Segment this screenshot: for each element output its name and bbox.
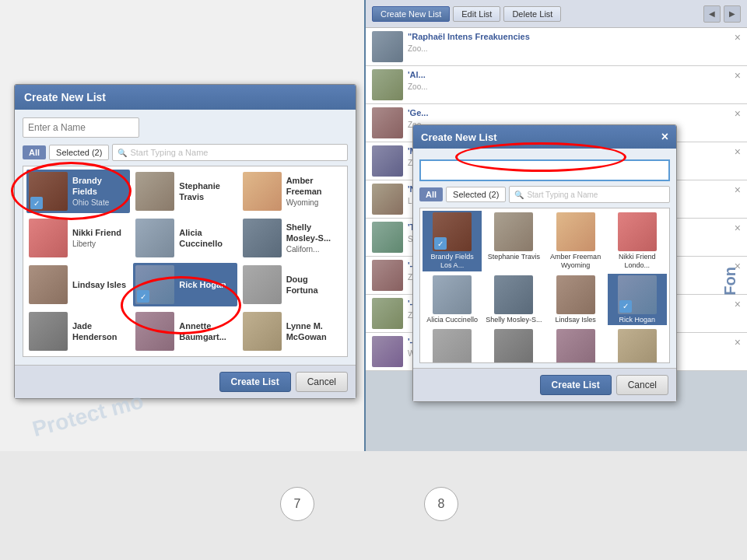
right-friend-avatar-4 bbox=[433, 275, 472, 314]
feed-avatar-8 bbox=[372, 336, 403, 367]
left-tab-all[interactable]: All bbox=[23, 145, 46, 159]
left-friend-name-1: Stephanie Travis bbox=[179, 180, 234, 203]
right-friend-name-5: Shelly Mosley-S... bbox=[486, 316, 542, 324]
left-panel: Create New List All Selected (2) 🔍 Start… bbox=[0, 0, 366, 451]
right-friend-name-3: Nikki FriendLondo... bbox=[619, 253, 656, 270]
left-friend-0[interactable]: ✓Brandy FieldsOhio State bbox=[26, 170, 130, 213]
left-friend-10[interactable]: Annette Baumgart... bbox=[133, 310, 237, 353]
page-number-8: 8 bbox=[424, 487, 458, 521]
left-friend-name-7: Rick Hogan bbox=[179, 279, 234, 290]
right-friend-8[interactable]: Doug Fortuna bbox=[423, 327, 482, 363]
checkmark-7: ✓ bbox=[137, 290, 149, 303]
right-friend-6[interactable]: Lindsay Isles bbox=[546, 274, 605, 326]
left-friend-name-9: Jade Henderson bbox=[72, 320, 128, 343]
left-friend-7[interactable]: ✓Rick Hogan bbox=[133, 263, 237, 306]
create-list-btn[interactable]: Create New List bbox=[372, 6, 450, 22]
right-friend-10[interactable]: Annette Baumgart... bbox=[546, 327, 605, 363]
left-friend-11[interactable]: Lynne M. McGowan bbox=[240, 310, 344, 353]
left-friend-name-5: Shelly Mosley-S...Californ... bbox=[286, 222, 342, 255]
right-friend-avatar-7: ✓ bbox=[618, 275, 657, 314]
left-friend-avatar-10 bbox=[135, 312, 174, 351]
feed-close-8[interactable]: × bbox=[735, 336, 741, 348]
left-friend-8[interactable]: Doug Fortuna bbox=[240, 263, 344, 306]
right-dialog-close[interactable]: × bbox=[661, 131, 668, 143]
feed-avatar-5 bbox=[372, 222, 403, 253]
right-friend-name-7: Rick Hogan bbox=[619, 316, 656, 324]
right-friend-name-2: Amber FreemanWyoming bbox=[550, 253, 601, 270]
right-name-input[interactable] bbox=[419, 159, 670, 181]
feed-item-0: "Raphaël Intens Freakuencies Zoo... × bbox=[366, 28, 747, 66]
nav-right-arrow[interactable]: ▶ bbox=[724, 5, 741, 23]
left-friend-3[interactable]: Nikki FriendLiberty bbox=[26, 216, 130, 260]
right-search-placeholder: Start Typing a Name bbox=[527, 191, 598, 199]
right-tab-selected[interactable]: Selected (2) bbox=[446, 187, 506, 202]
right-friend-4[interactable]: Alicia Cuccinello bbox=[423, 274, 482, 326]
right-dialog-title: Create New List bbox=[421, 131, 497, 143]
feed-close-0[interactable]: × bbox=[735, 31, 741, 44]
right-create-button[interactable]: Create List bbox=[540, 375, 612, 395]
feed-avatar-2 bbox=[372, 107, 403, 138]
left-friend-name-0: Brandy FieldsOhio State bbox=[72, 175, 128, 208]
right-friend-grid: ✓Brandy FieldsLos A...Stephanie TravisAm… bbox=[419, 208, 670, 363]
right-friend-9[interactable]: Jade Henderson bbox=[484, 327, 543, 363]
right-friend-avatar-2 bbox=[556, 212, 595, 251]
right-search-box[interactable]: 🔍 Start Typing a Name bbox=[509, 186, 670, 203]
left-friend-9[interactable]: Jade Henderson bbox=[26, 310, 130, 353]
left-cancel-button[interactable]: Cancel bbox=[296, 372, 348, 392]
left-friend-avatar-8 bbox=[243, 265, 282, 304]
left-name-input[interactable] bbox=[23, 117, 139, 138]
right-cancel-button[interactable]: Cancel bbox=[616, 375, 668, 395]
right-friend-2[interactable]: Amber FreemanWyoming bbox=[546, 211, 605, 271]
feed-close-7[interactable]: × bbox=[735, 298, 741, 310]
left-friend-name-11: Lynne M. McGowan bbox=[286, 320, 342, 343]
left-friend-avatar-0: ✓ bbox=[29, 172, 68, 211]
right-friend-3[interactable]: Nikki FriendLondo... bbox=[608, 211, 667, 271]
left-create-button[interactable]: Create List bbox=[219, 372, 291, 392]
right-tab-all[interactable]: All bbox=[419, 187, 443, 201]
left-search-placeholder: Start Typing a Name bbox=[130, 148, 208, 157]
right-checkmark-7: ✓ bbox=[619, 300, 632, 313]
right-friend-11[interactable]: Lynne M. McGowan bbox=[608, 327, 667, 363]
edit-list-btn[interactable]: Edit List bbox=[453, 6, 500, 22]
left-friend-2[interactable]: Amber FreemanWyoming bbox=[240, 170, 344, 213]
right-friend-7[interactable]: ✓Rick Hogan bbox=[608, 274, 667, 326]
feed-avatar-7 bbox=[372, 298, 403, 329]
right-friend-avatar-5 bbox=[494, 275, 533, 314]
left-dialog-header: Create New List bbox=[15, 85, 356, 110]
feed-avatar-0 bbox=[372, 31, 403, 62]
left-create-dialog: Create New List All Selected (2) 🔍 Start… bbox=[14, 84, 356, 399]
feed-close-2[interactable]: × bbox=[735, 107, 741, 120]
right-friend-5[interactable]: Shelly Mosley-S... bbox=[484, 274, 543, 326]
left-dialog-title: Create New List bbox=[24, 91, 106, 103]
right-friend-name-1: Stephanie Travis bbox=[488, 253, 540, 261]
right-dialog-header: Create New List × bbox=[413, 125, 676, 149]
left-friend-1[interactable]: Stephanie Travis bbox=[133, 170, 237, 213]
left-tab-selected[interactable]: Selected (2) bbox=[49, 145, 109, 160]
nav-left-arrow[interactable]: ◀ bbox=[703, 5, 721, 23]
feed-avatar-6 bbox=[372, 260, 403, 291]
search-icon: 🔍 bbox=[117, 149, 127, 157]
checkmark-0: ✓ bbox=[30, 197, 43, 209]
left-dialog-footer: Create List Cancel bbox=[15, 365, 356, 398]
right-friend-1[interactable]: Stephanie Travis bbox=[484, 211, 543, 271]
right-checkmark-0: ✓ bbox=[434, 237, 447, 250]
right-dialog-body: All Selected (2) 🔍 Start Typing a Name ✓… bbox=[413, 149, 676, 368]
left-friend-4[interactable]: Alicia Cuccinello bbox=[133, 216, 237, 260]
feed-close-3[interactable]: × bbox=[735, 145, 741, 158]
feed-close-4[interactable]: × bbox=[735, 184, 741, 196]
left-friend-avatar-2 bbox=[243, 172, 282, 211]
left-friend-6[interactable]: Lindsay Isles bbox=[26, 263, 130, 306]
right-friend-avatar-11 bbox=[618, 329, 657, 363]
left-friend-name-8: Doug Fortuna bbox=[286, 274, 342, 296]
left-friend-avatar-9 bbox=[29, 312, 68, 351]
left-search-box[interactable]: 🔍 Start Typing a Name bbox=[112, 144, 348, 161]
right-friend-avatar-9 bbox=[494, 329, 533, 363]
right-friend-avatar-10 bbox=[556, 329, 595, 363]
right-create-dialog: Create New List × All Selected (2) 🔍 Sta… bbox=[412, 124, 677, 402]
left-friend-5[interactable]: Shelly Mosley-S...Californ... bbox=[240, 216, 344, 260]
feed-close-5[interactable]: × bbox=[735, 222, 741, 234]
delete-list-btn[interactable]: Delete List bbox=[503, 6, 561, 22]
feed-close-1[interactable]: × bbox=[735, 69, 741, 82]
left-friend-grid: ✓Brandy FieldsOhio StateStephanie Travis… bbox=[23, 166, 348, 357]
right-friend-0[interactable]: ✓Brandy FieldsLos A... bbox=[423, 211, 482, 271]
